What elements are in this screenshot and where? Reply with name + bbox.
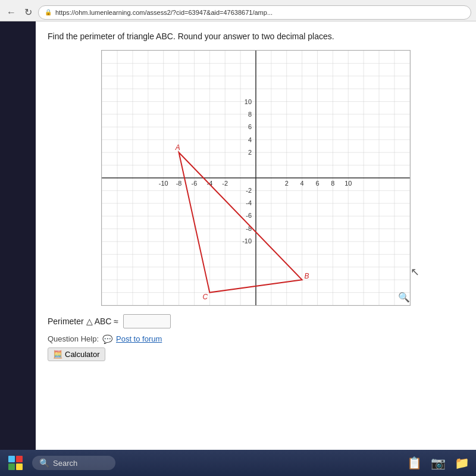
url-text: https://ohm.lumenlearning.com/assess2/?c… <box>55 9 273 16</box>
svg-text:-6: -6 <box>246 212 252 219</box>
calculator-label: Calculator <box>65 350 100 359</box>
taskbar-file-icon[interactable]: 📋 <box>405 453 424 472</box>
svg-text:-10: -10 <box>242 237 252 245</box>
svg-text:10: 10 <box>245 98 252 105</box>
taskbar-search[interactable]: 🔍 Search <box>32 456 115 470</box>
search-label: Search <box>53 459 77 468</box>
perimeter-label: Perimeter △ ABC ≈ <box>48 317 118 326</box>
svg-text:-6: -6 <box>192 180 198 187</box>
svg-text:-2: -2 <box>246 186 252 193</box>
browser-chrome: ← ↻ 🔒 https://ohm.lumenlearning.com/asse… <box>0 0 476 21</box>
graph-container: -2 -4 -6 -8 -10 2 4 6 8 10 2 4 6 8 10 -2… <box>101 50 411 306</box>
svg-text:8: 8 <box>331 180 334 187</box>
calculator-icon: 🧮 <box>53 350 62 359</box>
reload-button[interactable]: ↻ <box>21 6 35 19</box>
graph-svg: -2 -4 -6 -8 -10 2 4 6 8 10 2 4 6 8 10 -2… <box>102 51 410 305</box>
svg-text:2: 2 <box>285 180 289 187</box>
windows-logo <box>8 456 23 470</box>
taskbar: 🔍 Search 📋 📷 📁 <box>0 450 476 476</box>
svg-text:-2: -2 <box>222 180 228 187</box>
page-content: Find the perimeter of triangle ABC. Roun… <box>36 21 476 450</box>
left-sidebar <box>0 21 36 450</box>
start-button[interactable] <box>5 452 26 474</box>
svg-text:-4: -4 <box>246 199 252 206</box>
address-bar[interactable]: 🔒 https://ohm.lumenlearning.com/assess2/… <box>38 5 471 20</box>
post-to-forum-link[interactable]: Post to forum <box>116 334 162 343</box>
svg-text:4: 4 <box>300 180 304 187</box>
svg-text:10: 10 <box>345 180 352 187</box>
question-help-row: Question Help: 💬 Post to forum <box>48 334 464 344</box>
svg-text:6: 6 <box>248 123 252 130</box>
calculator-button[interactable]: 🧮 Calculator <box>48 347 105 361</box>
zoom-icon[interactable]: 🔍 <box>398 292 410 303</box>
back-button[interactable]: ← <box>5 6 18 19</box>
svg-text:6: 6 <box>315 180 319 187</box>
svg-text:2: 2 <box>248 149 252 156</box>
question-help-label: Question Help: <box>48 334 99 343</box>
point-b-label: B <box>305 272 309 280</box>
svg-text:-10: -10 <box>159 180 168 187</box>
cursor-indicator: ↖ <box>411 265 422 277</box>
svg-text:4: 4 <box>248 136 252 143</box>
perimeter-row: Perimeter △ ABC ≈ <box>48 314 464 328</box>
perimeter-input[interactable] <box>123 314 171 328</box>
lock-icon: 🔒 <box>45 9 52 15</box>
search-icon: 🔍 <box>39 458 49 468</box>
point-a-label: A <box>175 143 180 152</box>
message-icon: 💬 <box>102 334 112 344</box>
svg-text:-8: -8 <box>246 224 252 231</box>
taskbar-camera-icon[interactable]: 📷 <box>428 453 447 472</box>
question-text: Find the perimeter of triangle ABC. Roun… <box>48 31 464 43</box>
taskbar-folder-icon[interactable]: 📁 <box>452 453 471 472</box>
point-c-label: C <box>202 293 208 301</box>
taskbar-right: 📋 📷 📁 <box>405 453 471 472</box>
svg-text:8: 8 <box>248 111 252 118</box>
svg-text:-8: -8 <box>176 180 182 187</box>
